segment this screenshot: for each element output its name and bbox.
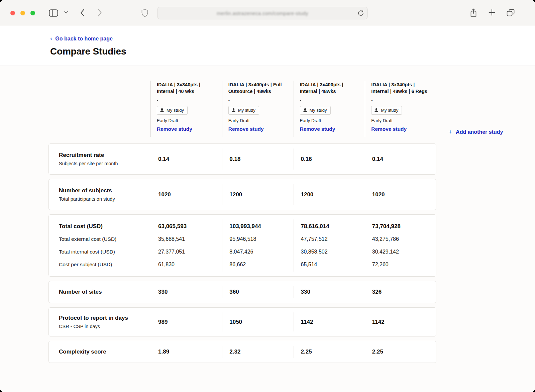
zoom-window-button[interactable] <box>30 11 35 15</box>
person-icon <box>374 108 379 112</box>
cell-value: 1020 <box>158 191 222 198</box>
new-tab-icon[interactable] <box>488 9 496 16</box>
person-icon <box>160 108 164 112</box>
cell-value: 1142 <box>301 319 365 325</box>
my-study-badge: My study <box>157 106 188 115</box>
go-back-link[interactable]: ‹ Go back to home page <box>50 35 113 42</box>
cell-value: 2.32 <box>229 349 293 355</box>
study-subtitle: - <box>228 98 290 103</box>
study-name: IDALIA | 3x400pts | Internal | 48wks <box>300 81 362 95</box>
row-label: Complexity score <box>59 349 147 355</box>
back-icon[interactable] <box>80 9 85 17</box>
study-name: IDALIA | 3x340pts | Internal | 40 wks <box>157 81 219 95</box>
study-status: Early Draft <box>228 118 290 123</box>
my-study-badge-label: My study <box>238 108 255 113</box>
close-window-button[interactable] <box>10 11 15 15</box>
row-total-cost: Total cost (USD) Total external cost (US… <box>48 214 436 277</box>
cell-value: 8,047,426 <box>229 249 253 255</box>
study-name: IDALIA | 3x340pts | Internal | 48wks | 6… <box>371 81 433 95</box>
address-bar[interactable]: merlin.astrazeneca.com/compare-study <box>157 7 368 19</box>
cell-value: 78,616,014 <box>301 223 329 230</box>
cell-value: 0.14 <box>158 156 222 163</box>
cell-value: 27,377,051 <box>158 249 185 255</box>
cell-value: 326 <box>372 289 436 295</box>
row-label: Protocol to report in days <box>59 315 147 321</box>
cell-value: 1050 <box>229 319 293 325</box>
tab-overview-icon[interactable] <box>506 9 515 17</box>
row-sublabel: Total external cost (USD) <box>59 236 116 242</box>
row-sublabel: Subjects per site per month <box>59 161 147 166</box>
back-chevron-icon: ‹ <box>50 35 52 41</box>
plus-icon: + <box>448 129 452 135</box>
comparison-table: Recruitment rate Subjects per site per m… <box>48 143 436 363</box>
cell-value: 103,993,944 <box>229 223 261 230</box>
person-icon <box>303 108 307 112</box>
privacy-shield-icon[interactable] <box>141 8 148 18</box>
browser-toolbar: merlin.astrazeneca.com/compare-study <box>0 0 535 26</box>
study-header-2: IDALIA | 3x400pts | Full Outsource | 48w… <box>222 81 294 137</box>
person-icon <box>231 108 236 112</box>
study-subtitle: - <box>371 98 433 103</box>
compare-studies-content: IDALIA | 3x340pts | Internal | 40 wks - … <box>0 66 535 381</box>
cell-value: 330 <box>158 289 222 295</box>
minimize-window-button[interactable] <box>20 11 25 15</box>
address-bar-url: merlin.astrazeneca.com/compare-study <box>217 10 308 16</box>
my-study-badge: My study <box>300 106 331 115</box>
go-back-label: Go back to home page <box>55 36 113 42</box>
cell-value: 63,065,593 <box>158 223 187 230</box>
study-header-1: IDALIA | 3x340pts | Internal | 40 wks - … <box>150 81 222 137</box>
chevron-down-icon[interactable] <box>64 11 68 14</box>
cell-value: 73,704,928 <box>372 223 401 230</box>
cell-value: 330 <box>301 289 365 295</box>
reload-icon[interactable] <box>358 10 364 16</box>
remove-study-link[interactable]: Remove study <box>371 126 407 132</box>
my-study-badge-label: My study <box>167 108 184 113</box>
study-subtitle: - <box>300 98 362 103</box>
my-study-badge: My study <box>228 106 259 115</box>
cell-value: 0.14 <box>372 156 436 163</box>
share-icon[interactable] <box>470 8 477 17</box>
row-label: Number of sites <box>59 289 147 295</box>
cell-value: 1200 <box>229 191 293 198</box>
cell-value: 1020 <box>372 191 436 198</box>
cell-value: 0.16 <box>301 156 365 163</box>
study-subtitle: - <box>157 98 219 103</box>
label-column-spacer <box>48 81 150 137</box>
cell-value: 61,830 <box>158 262 175 268</box>
row-sublabel: Cost per subject (USD) <box>59 262 112 268</box>
cell-value: 35,688,541 <box>158 236 185 242</box>
study-status: Early Draft <box>157 118 219 123</box>
cell-value: 2.25 <box>301 349 365 355</box>
cell-value: 1.89 <box>158 349 222 355</box>
cell-value: 2.25 <box>372 349 436 355</box>
my-study-badge: My study <box>371 106 402 115</box>
add-another-study-link[interactable]: + Add another study <box>448 129 503 135</box>
remove-study-link[interactable]: Remove study <box>300 126 335 132</box>
study-headers: IDALIA | 3x340pts | Internal | 40 wks - … <box>48 81 535 137</box>
study-name: IDALIA | 3x400pts | Full Outsource | 48w… <box>228 81 290 95</box>
forward-icon[interactable] <box>98 9 102 17</box>
remove-study-link[interactable]: Remove study <box>157 126 192 132</box>
row-number-of-subjects: Number of subjects Total participants on… <box>48 179 436 210</box>
my-study-badge-label: My study <box>310 108 327 113</box>
page-title: Compare Studies <box>50 46 535 57</box>
cell-value: 30,858,502 <box>301 249 328 255</box>
cell-value: 43,275,786 <box>372 236 399 242</box>
cell-value: 30,429,142 <box>372 249 399 255</box>
page-header: ‹ Go back to home page Compare Studies <box>0 26 535 66</box>
remove-study-link[interactable]: Remove study <box>228 126 264 132</box>
cell-value: 0.18 <box>229 156 293 163</box>
cell-value: 989 <box>158 319 222 325</box>
cell-value: 1200 <box>301 191 365 198</box>
sidebar-toggle-icon[interactable] <box>49 9 58 17</box>
study-header-3: IDALIA | 3x400pts | Internal | 48wks - M… <box>294 81 365 137</box>
cell-value: 95,946,518 <box>229 236 256 242</box>
row-label: Total cost (USD) <box>59 223 103 230</box>
study-status: Early Draft <box>371 118 433 123</box>
my-study-badge-label: My study <box>381 108 398 113</box>
study-header-4: IDALIA | 3x340pts | Internal | 48wks | 6… <box>365 81 436 137</box>
cell-value: 72,260 <box>372 262 389 268</box>
row-number-of-sites: Number of sites 330 360 330 326 <box>48 281 436 303</box>
cell-value: 86,662 <box>229 262 246 268</box>
add-another-study-label: Add another study <box>456 129 503 135</box>
